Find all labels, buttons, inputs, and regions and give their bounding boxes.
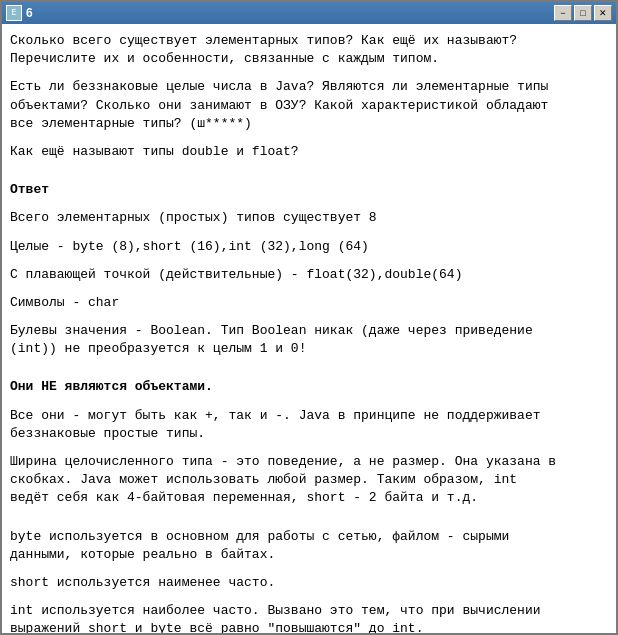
answer-line-3: С плавающей точкой (действительные) - fl…: [10, 266, 608, 284]
answer-line-9: byte используется в основном для работы …: [10, 528, 608, 564]
question-3: Как ещё называют типы double и float?: [10, 143, 608, 161]
question-1: Сколько всего существует элементарных ти…: [10, 32, 608, 68]
answer-line-7: Все они - могут быть как +, так и -. Jav…: [10, 407, 608, 443]
question-2: Есть ли беззнаковые целые числа в Java? …: [10, 78, 608, 133]
maximize-button[interactable]: □: [574, 5, 592, 21]
content-area[interactable]: Сколько всего существует элементарных ти…: [2, 24, 616, 633]
window-title: 6: [26, 6, 33, 20]
answer-line-8: Ширина целочисленного типа - это поведен…: [10, 453, 608, 508]
answer-line-2: Целые - byte (8),short (16),int (32),lon…: [10, 238, 608, 256]
close-button[interactable]: ✕: [594, 5, 612, 21]
answer-label: Ответ: [10, 181, 608, 199]
answer-line-11: int используется наиболее часто. Вызвано…: [10, 602, 608, 633]
answer-line-10: short используется наименее часто.: [10, 574, 608, 592]
title-bar-left: E 6: [6, 5, 33, 21]
minimize-button[interactable]: −: [554, 5, 572, 21]
title-bar-buttons: − □ ✕: [554, 5, 612, 21]
answer-line-1: Всего элементарных (простых) типов сущес…: [10, 209, 608, 227]
answer-line-5: Булевы значения - Boolean. Тип Boolean н…: [10, 322, 608, 358]
main-window: E 6 − □ ✕ Сколько всего существует элеме…: [0, 0, 618, 635]
title-bar: E 6 − □ ✕: [2, 2, 616, 24]
answer-line-6: Они НЕ являются объектами.: [10, 378, 608, 396]
window-icon: E: [6, 5, 22, 21]
answer-line-4: Символы - char: [10, 294, 608, 312]
